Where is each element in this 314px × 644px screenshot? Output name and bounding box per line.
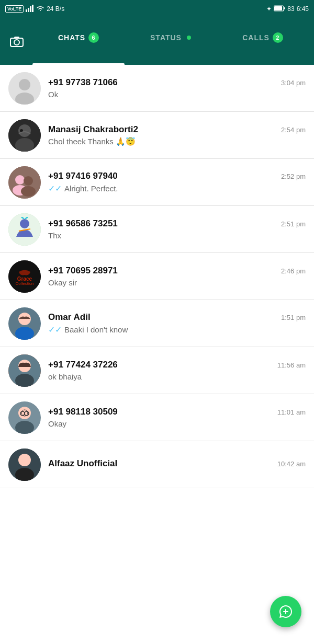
- chat-content: +91 97416 97940 2:52 pm ✓✓ Alright. Perf…: [48, 171, 306, 193]
- chat-preview: Ok: [48, 90, 306, 99]
- chat-time: 2:52 pm: [281, 172, 306, 180]
- chat-list: +91 97738 71066 3:04 pm Ok Manasij Chakr…: [0, 65, 314, 488]
- chat-preview: Chol theek Thanks 🙏😇: [48, 137, 306, 146]
- chat-name: +91 96586 73251: [48, 218, 118, 229]
- chat-name: Omar Adil: [48, 312, 91, 323]
- tab-status[interactable]: STATUS: [125, 18, 217, 65]
- chat-top: +91 70695 28971 2:46 pm: [48, 266, 306, 276]
- tab-chats[interactable]: CHATS 6: [32, 18, 125, 65]
- avatar: [8, 166, 41, 199]
- chat-preview: Okay sir: [48, 278, 306, 287]
- svg-rect-45: [285, 609, 286, 614]
- chat-item[interactable]: Alfaaz Unofficial 10:42 am: [0, 441, 314, 488]
- svg-point-30: [15, 327, 34, 340]
- svg-rect-1: [28, 8, 29, 12]
- svg-point-20: [24, 176, 33, 186]
- double-check-icon: ✓✓: [48, 325, 62, 335]
- status-tab-label: STATUS: [150, 33, 182, 42]
- svg-rect-3: [32, 5, 33, 12]
- avatar: [8, 354, 41, 387]
- chat-content: +91 98118 30509 11:01 am Okay: [48, 407, 306, 428]
- avatar: [8, 119, 41, 152]
- chat-top: +91 97738 71066 3:04 pm: [48, 77, 306, 88]
- svg-point-33: [15, 374, 34, 387]
- svg-point-36: [15, 421, 34, 434]
- chat-name: +91 70695 28971: [48, 266, 118, 276]
- svg-point-18: [15, 175, 25, 185]
- chat-preview: ✓✓ Alright. Perfect.: [48, 183, 306, 193]
- chat-time: 2:54 pm: [281, 126, 306, 134]
- chat-top: +91 96586 73251 2:51 pm: [48, 218, 306, 229]
- chat-top: +91 98118 30509 11:01 am: [48, 407, 306, 417]
- svg-point-8: [14, 40, 19, 45]
- new-chat-fab[interactable]: [270, 596, 301, 627]
- wifi-icon: [36, 5, 44, 13]
- time-display: 6:45: [297, 5, 309, 13]
- chat-name: Manasij Chakraborti2: [48, 124, 138, 135]
- chat-item[interactable]: Grace Collection +91 70695 28971 2:46 pm…: [0, 253, 314, 300]
- chat-top: Manasij Chakraborti2 2:54 pm: [48, 124, 306, 135]
- chat-name: Alfaaz Unofficial: [48, 458, 117, 469]
- calls-badge: 2: [273, 32, 283, 43]
- chat-time: 3:04 pm: [281, 79, 306, 87]
- chat-content: +91 96586 73251 2:51 pm Thx: [48, 218, 306, 240]
- battery-percent: 83: [287, 5, 294, 13]
- chat-item[interactable]: +91 77424 37226 11:56 am ok bhaiya: [0, 347, 314, 394]
- chat-content: Manasij Chakraborti2 2:54 pm Chol theek …: [48, 124, 306, 146]
- avatar: [8, 307, 41, 340]
- battery-icon: [274, 5, 285, 13]
- chat-preview: ✓✓ Baaki I don't know: [48, 325, 306, 335]
- chat-item[interactable]: Omar Adil 1:51 pm ✓✓ Baaki I don't know: [0, 300, 314, 347]
- svg-rect-5: [274, 6, 282, 10]
- tab-calls[interactable]: CALLS 2: [217, 18, 309, 65]
- chat-item[interactable]: +91 97738 71066 3:04 pm Ok: [0, 65, 314, 112]
- chat-time: 11:56 am: [277, 361, 306, 369]
- chat-preview: Thx: [48, 231, 306, 240]
- chat-top: +91 97416 97940 2:52 pm: [48, 171, 306, 181]
- signal-bars: [26, 5, 34, 14]
- avatar: [8, 213, 41, 246]
- avatar: [8, 72, 41, 105]
- svg-rect-9: [14, 37, 19, 39]
- chat-content: Alfaaz Unofficial 10:42 am: [48, 458, 306, 471]
- svg-point-11: [19, 79, 30, 90]
- chat-content: +91 97738 71066 3:04 pm Ok: [48, 77, 306, 99]
- chat-name: +91 77424 37226: [48, 360, 118, 370]
- avatar: [8, 448, 41, 481]
- chat-preview: ok bhaiya: [48, 372, 306, 381]
- chat-name: +91 98118 30509: [48, 407, 118, 417]
- camera-button[interactable]: [5, 30, 28, 53]
- avatar: [8, 401, 41, 434]
- svg-rect-0: [26, 9, 27, 12]
- svg-text:Collection: Collection: [15, 281, 33, 285]
- nav-bar: CHATS 6 STATUS CALLS 2: [0, 18, 314, 65]
- chat-top: Alfaaz Unofficial 10:42 am: [48, 458, 306, 469]
- svg-rect-6: [284, 7, 285, 9]
- chat-content: +91 77424 37226 11:56 am ok bhaiya: [48, 360, 306, 381]
- chat-top: +91 77424 37226 11:56 am: [48, 360, 306, 370]
- svg-point-21: [21, 186, 36, 197]
- chat-name: +91 97738 71066: [48, 77, 118, 88]
- status-bar: VoLTE 24 B/s ✦ 83: [0, 0, 314, 18]
- double-check-icon: ✓✓: [48, 183, 62, 193]
- svg-point-42: [18, 454, 31, 466]
- svg-rect-2: [30, 6, 31, 12]
- chat-time: 2:51 pm: [281, 220, 306, 228]
- chat-content: +91 70695 28971 2:46 pm Okay sir: [48, 266, 306, 287]
- chat-item[interactable]: Manasij Chakraborti2 2:54 pm Chol theek …: [0, 112, 314, 159]
- chat-item[interactable]: +91 98118 30509 11:01 am Okay: [0, 394, 314, 441]
- calls-tab-label: CALLS: [242, 33, 270, 42]
- svg-point-23: [20, 219, 29, 228]
- chat-top: Omar Adil 1:51 pm: [48, 312, 306, 323]
- status-left: VoLTE 24 B/s: [5, 5, 64, 14]
- status-dot-indicator: [187, 36, 191, 40]
- chat-time: 1:51 pm: [281, 314, 306, 321]
- chats-tab-label: CHATS: [58, 33, 85, 42]
- chat-item[interactable]: +91 97416 97940 2:52 pm ✓✓ Alright. Perf…: [0, 159, 314, 206]
- chat-time: 2:46 pm: [281, 267, 306, 275]
- chat-item[interactable]: +91 96586 73251 2:51 pm Thx: [0, 206, 314, 253]
- chat-name: +91 97416 97940: [48, 171, 118, 181]
- data-speed: 24 B/s: [47, 5, 64, 13]
- volte-indicator: VoLTE: [5, 5, 24, 13]
- chat-preview: Okay: [48, 419, 306, 428]
